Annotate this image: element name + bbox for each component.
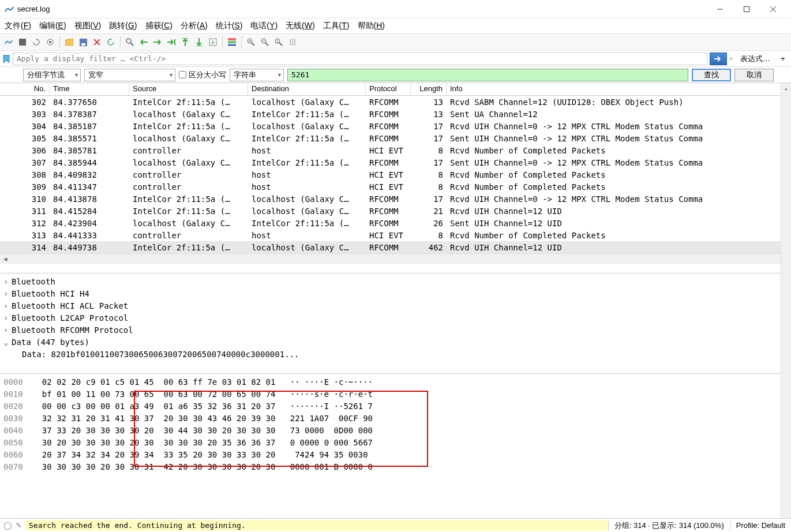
svg-rect-8 (81, 43, 85, 46)
menu-analyze[interactable]: 分析(A) (181, 21, 208, 31)
open-file-icon[interactable] (63, 36, 76, 48)
reload-icon[interactable] (104, 36, 117, 48)
menu-go[interactable]: 跳转(G) (109, 21, 137, 31)
go-forward-icon[interactable] (151, 36, 164, 48)
bookmark-icon[interactable] (2, 55, 10, 63)
expert-info-icon[interactable]: ◯ (3, 521, 12, 530)
menu-view[interactable]: 视图(V) (74, 21, 102, 31)
maximize-button[interactable] (733, 0, 760, 18)
col-info[interactable]: Info (447, 83, 791, 95)
resize-columns-icon[interactable] (286, 36, 299, 48)
go-first-icon[interactable] (179, 36, 192, 48)
case-sensitive-checkbox[interactable]: 区分大小写 (179, 70, 226, 80)
status-message: Search reached the end. Continuing at be… (25, 520, 608, 531)
restart-capture-icon[interactable] (30, 36, 43, 48)
zoom-out-icon[interactable] (258, 36, 271, 48)
add-filter-button[interactable]: + (777, 54, 789, 63)
hex-row[interactable]: 0030 32 32 31 20 31 41 30 37 20 30 30 43… (3, 413, 788, 425)
capture-options-icon[interactable] (44, 36, 57, 48)
start-capture-icon[interactable] (2, 36, 15, 48)
menu-stats[interactable]: 统计(S) (216, 21, 243, 31)
menu-tools[interactable]: 工具(T) (323, 21, 350, 31)
cancel-button[interactable]: 取消 (734, 69, 774, 81)
tree-vscroll[interactable]: ▴ (781, 274, 791, 374)
tree-row[interactable]: ›Bluetooth RFCOMM Protocol (3, 324, 788, 336)
auto-scroll-icon[interactable] (207, 36, 219, 48)
packet-row[interactable]: 30884.409832controllerhostHCI_EVT8Rcvd N… (0, 168, 791, 181)
search-type-combo[interactable]: 字符串 (230, 69, 284, 81)
packet-row[interactable]: 31384.441333controllerhostHCI_EVT8Rcvd N… (0, 229, 791, 241)
tree-row[interactable]: ›Bluetooth (3, 276, 788, 288)
col-destination[interactable]: Destination (248, 83, 366, 95)
tree-row[interactable]: ›Bluetooth L2CAP Protocol (3, 312, 788, 324)
tree-toggle-icon[interactable]: › (3, 288, 12, 300)
menu-telephony[interactable]: 电话(Y) (250, 21, 278, 31)
tree-toggle-icon[interactable]: › (3, 312, 12, 324)
tree-row[interactable]: ›Bluetooth HCI H4 (3, 288, 788, 300)
minimize-button[interactable] (707, 0, 733, 18)
colorize-icon[interactable] (226, 36, 238, 48)
tree-toggle-icon[interactable]: › (3, 276, 12, 288)
display-filter-input[interactable] (13, 53, 707, 65)
packet-row[interactable]: 31184.415284IntelCor_2f:11:5a (…localhos… (0, 205, 791, 217)
packet-list-hscroll[interactable]: ◂▸ (0, 253, 791, 264)
search-value-input[interactable] (287, 69, 688, 81)
hex-row[interactable]: 0040 37 33 20 30 30 30 30 20 30 44 30 30… (3, 425, 788, 437)
tree-toggle-icon[interactable]: › (3, 300, 12, 312)
tree-row[interactable]: ⌄Data (447 bytes) (3, 336, 788, 349)
packet-row[interactable]: 30684.385781controllerhostHCI_EVT8Rcvd N… (0, 144, 791, 156)
hex-row[interactable]: 0070 30 30 30 30 20 30 30 31 42 20 30 30… (3, 461, 788, 473)
close-file-icon[interactable] (91, 36, 103, 48)
col-time[interactable]: Time (50, 83, 129, 95)
status-profile[interactable]: Profile: Default (730, 521, 791, 530)
menu-wireless[interactable]: 无线(W) (286, 21, 315, 31)
tree-toggle-icon[interactable]: › (3, 324, 12, 336)
close-button[interactable] (760, 0, 786, 18)
col-length[interactable]: Length (411, 83, 447, 95)
packet-row[interactable]: 30484.385187IntelCor_2f:11:5a (…localhos… (0, 120, 791, 132)
packet-row[interactable]: 31484.449738IntelCor_2f:11:5a (…localhos… (0, 241, 791, 253)
expression-link[interactable]: 表达式… (736, 54, 775, 64)
packet-row[interactable]: 31284.423904localhost (Galaxy C…IntelCor… (0, 217, 791, 229)
menu-edit[interactable]: 编辑(E) (39, 21, 66, 31)
svg-point-11 (126, 39, 131, 43)
col-no[interactable]: No. (0, 83, 50, 95)
hex-row[interactable]: 0000 02 02 20 c9 01 c5 01 45 00 63 ff 7e… (3, 376, 788, 388)
find-button[interactable]: 查找 (692, 69, 731, 81)
packet-row[interactable]: 31084.413878IntelCor_2f:11:5a (…localhos… (0, 193, 791, 205)
packet-row[interactable]: 30384.378387localhost (Galaxy C…IntelCor… (0, 108, 791, 120)
packet-row[interactable]: 30984.411347controllerhostHCI_EVT8Rcvd N… (0, 181, 791, 193)
save-file-icon[interactable] (77, 36, 89, 48)
col-source[interactable]: Source (129, 83, 248, 95)
hex-row[interactable]: 0020 00 00 c3 00 00 01 a3 49 01 a6 35 32… (3, 400, 788, 413)
go-last-icon[interactable] (193, 36, 205, 48)
stop-capture-icon[interactable] (16, 36, 29, 48)
col-protocol[interactable]: Protocol (366, 83, 411, 95)
packet-list-header[interactable]: No. Time Source Destination Protocol Len… (0, 83, 791, 96)
go-back-icon[interactable] (137, 36, 150, 48)
packet-row[interactable]: 30784.385944localhost (Galaxy C…IntelCor… (0, 156, 791, 168)
svg-line-28 (279, 43, 282, 46)
edit-icon[interactable]: ✎ (16, 521, 22, 530)
packet-row[interactable]: 30584.385571localhost (Galaxy C…IntelCor… (0, 132, 791, 144)
zoom-reset-icon[interactable]: 1 (272, 36, 285, 48)
search-charset-combo[interactable]: 宽窄 (84, 69, 175, 81)
tree-toggle-icon[interactable]: ⌄ (3, 336, 12, 349)
hex-row[interactable]: 0010 bf 01 00 11 00 73 00 65 00 63 00 72… (3, 388, 788, 400)
filter-apply-button[interactable] (710, 53, 727, 65)
packet-row[interactable]: 30284.377650IntelCor_2f:11:5a (…localhos… (0, 96, 791, 108)
menu-file[interactable]: 文件(F) (5, 21, 31, 31)
go-to-packet-icon[interactable] (165, 36, 178, 48)
tree-row[interactable]: ›Bluetooth HCI ACL Packet (3, 300, 788, 312)
hex-row[interactable]: 0050 30 20 30 30 30 30 20 30 30 30 30 20… (3, 437, 788, 449)
search-in-combo[interactable]: 分组字节流 (23, 69, 81, 81)
hex-row[interactable]: 0060 20 37 34 32 34 20 39 34 33 35 20 30… (3, 449, 788, 461)
menu-capture[interactable]: 捕获(C) (145, 21, 173, 31)
zoom-in-icon[interactable] (245, 36, 257, 48)
svg-point-6 (49, 41, 51, 43)
menu-help[interactable]: 帮助(H) (358, 21, 385, 31)
tree-row[interactable]: Data: 8201bf0100110073006500630072006500… (3, 349, 788, 361)
menubar: 文件(F) 编辑(E) 视图(V) 跳转(G) 捕获(C) 分析(A) 统计(S… (0, 18, 791, 33)
svg-line-25 (265, 43, 268, 46)
find-icon[interactable] (123, 36, 136, 48)
